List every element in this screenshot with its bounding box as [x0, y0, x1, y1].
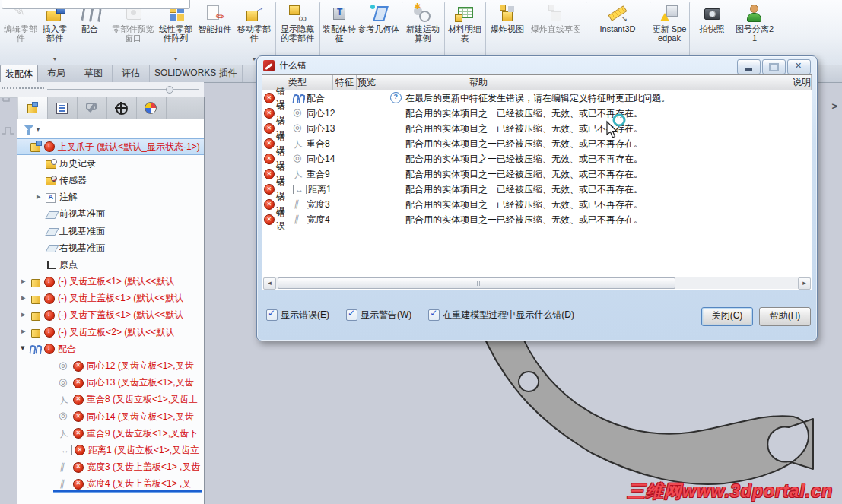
expand-arrow-icon[interactable]: [20, 277, 30, 287]
commandmanager-tab[interactable]: 草图: [75, 65, 113, 82]
toolbar-button[interactable]: 图号分离21: [733, 2, 776, 62]
tree-item-icon: [45, 259, 57, 270]
tree-item[interactable]: 同心14 (叉齿立板<1>,叉齿: [17, 408, 204, 425]
expand-arrow-icon[interactable]: [35, 192, 45, 203]
scrollbar-thumb[interactable]: [278, 277, 675, 289]
error-row[interactable]: 错误 宽度3 配合用的实体项目之一已经被压缩、无效、或已不再存在。: [262, 197, 812, 212]
checkbox-box[interactable]: [428, 309, 440, 321]
solidworks-window: 三维网www.3dportal.cn 编辑零部件 插入零部件 ▾ 配合: [0, 0, 842, 504]
dialog-button[interactable]: 关闭(C): [701, 307, 753, 326]
expand-arrow-icon[interactable]: [20, 344, 30, 354]
error-row[interactable]: 错误 重合8 配合用的实体项目之一已经被压缩、无效、或已不再存在。: [262, 136, 812, 151]
expand-arrow-icon[interactable]: [20, 310, 30, 321]
toolbar-button[interactable]: 线性零部件阵列 ▾: [157, 2, 195, 62]
column-header[interactable]: 特征: [333, 75, 357, 90]
toolbar-button[interactable]: 新建运动算例: [402, 2, 443, 62]
panel-tab[interactable]: [78, 97, 107, 119]
tree-item-icon: [30, 293, 42, 304]
toolbar-button[interactable]: 显示隐藏的零部件: [275, 2, 318, 62]
toolbar-button[interactable]: 材料明细表: [444, 2, 484, 62]
tree-item[interactable]: 上叉爪子 (默认<默认_显示状态-1>): [17, 138, 204, 155]
error-row[interactable]: 错误 同心13 配合用的实体项目之一已经被压缩、无效、或已不再存在。: [262, 121, 812, 136]
tree-item[interactable]: 右视基准面: [17, 239, 204, 256]
commandmanager-tab[interactable]: 装配体: [0, 65, 38, 82]
filter-caret-icon[interactable]: ▾: [37, 126, 40, 133]
tree-item[interactable]: 注解: [17, 189, 204, 206]
drag-handle-dots[interactable]: [2, 87, 44, 89]
tree-item-icon: [30, 310, 42, 321]
help-icon[interactable]: [390, 92, 402, 103]
toolbar-button[interactable]: 移动零部件 ▾: [234, 2, 274, 62]
tree-item[interactable]: 配合: [17, 341, 204, 357]
toolbar-button[interactable]: 爆炸视图: [485, 2, 528, 62]
expand-arrow-icon[interactable]: [20, 327, 30, 338]
toolbar-button[interactable]: 插入零部件 ▾: [40, 2, 70, 62]
column-header[interactable]: 帮助: [377, 75, 793, 90]
footer-checkbox[interactable]: 显示警告(W): [346, 309, 411, 322]
toolbar-button[interactable]: 智能扣件: [195, 2, 234, 62]
tree-item[interactable]: 同心13 (叉齿立板<1>,叉齿: [17, 375, 204, 391]
panel-tab[interactable]: [18, 97, 48, 119]
tree-item[interactable]: (-) 叉齿上盖板<1> (默认<<默认: [17, 290, 204, 307]
panel-splitter-strip[interactable]: [0, 82, 204, 98]
tree-item[interactable]: 同心12 (叉齿立板<1>,叉齿: [17, 357, 204, 374]
footer-checkbox[interactable]: 在重建模型过程中显示什么错(D): [428, 309, 574, 322]
expand-arrow-icon[interactable]: [20, 293, 30, 304]
tree-item[interactable]: 宽度3 (叉齿上盖板<1> ,叉齿: [17, 459, 204, 476]
toolbar-button[interactable]: Instant3D: [586, 2, 648, 62]
tree-item[interactable]: (-) 叉齿立板<2> (默认<<默认: [17, 324, 204, 341]
toolbar-button[interactable]: 更新 Speedpak: [650, 2, 688, 62]
scroll-left-arrow-icon[interactable]: ◂: [263, 277, 276, 290]
toolbar-button[interactable]: 参考几何体: [357, 2, 400, 62]
tree-item-icon: [45, 175, 57, 185]
rollback-bar[interactable]: [53, 490, 202, 493]
error-row[interactable]: 错误 重合9 配合用的实体项目之一已经被压缩、无效、或已不再存在。: [262, 166, 812, 182]
window-button[interactable]: [762, 59, 786, 74]
window-button[interactable]: [787, 59, 811, 74]
error-row[interactable]: 错误 配合 在最后的更新中特征发生错误，请在编辑定义特征时更正此问题。: [262, 90, 812, 106]
toolbar-button[interactable]: 爆炸直线草图: [528, 2, 584, 62]
footer-checkbox[interactable]: 显示错误(E): [266, 309, 329, 322]
toolbar-button[interactable]: 配合: [70, 2, 110, 62]
feature-name: 重合8: [307, 138, 330, 151]
panel-tab[interactable]: [107, 97, 137, 119]
tree-item[interactable]: 历史记录: [17, 155, 204, 172]
checkbox-box[interactable]: [346, 309, 357, 321]
error-row[interactable]: 错误 距离1 配合用的实体项目之一已经被压缩、无效、或已不再存在。: [262, 182, 812, 197]
panel-tab[interactable]: [48, 97, 78, 119]
tree-item[interactable]: 上视基准面: [17, 223, 204, 239]
dialog-title-bar[interactable]: 什么错: [257, 56, 817, 74]
tree-item[interactable]: 原点: [17, 256, 204, 273]
toolbar-icon: [368, 2, 389, 23]
panel-flyout-arrow[interactable]: >: [831, 100, 837, 112]
toolbar-button[interactable]: 编辑零部件: [2, 2, 40, 62]
splitter-knob[interactable]: [166, 86, 173, 94]
error-row[interactable]: 错误 同心12 配合用的实体项目之一已经被压缩、无效、或已不再存在。: [262, 106, 812, 121]
feature-cell: 配合: [291, 92, 363, 105]
tree-item[interactable]: 重合9 (叉齿立板<1>,叉齿下: [17, 425, 204, 442]
error-row[interactable]: 错误 宽度4 配合用的实体项目之一已经被压缩、无效、或已不再存在。: [262, 212, 812, 227]
panel-tab[interactable]: [137, 97, 167, 119]
column-header[interactable]: 预览: [357, 75, 377, 90]
commandmanager-tab[interactable]: 布局: [38, 65, 75, 82]
toolbar-button[interactable]: 零部件预览窗口: [110, 2, 157, 62]
commandmanager-tab[interactable]: SOLIDWORKS 插件: [150, 65, 243, 82]
column-header[interactable]: 说明: [793, 75, 812, 90]
tree-item[interactable]: 距离1 (叉齿立板<1>,叉齿立: [17, 442, 204, 458]
window-button[interactable]: [737, 59, 761, 74]
horizontal-scrollbar[interactable]: ◂ ▸: [263, 277, 811, 289]
scrollbar-track[interactable]: [276, 277, 798, 289]
tree-item[interactable]: (-) 叉齿立板<1> (默认<<默认: [17, 274, 204, 290]
commandmanager-tab[interactable]: 评估: [113, 65, 150, 82]
toolbar-button[interactable]: 装配体特征: [319, 2, 357, 62]
tree-item[interactable]: 传感器: [17, 172, 204, 189]
filter-funnel-icon[interactable]: [23, 123, 35, 135]
scroll-right-arrow-icon[interactable]: ▸: [798, 277, 811, 290]
error-row[interactable]: 错误 同心14 配合用的实体项目之一已经被压缩、无效、或已不再存在。: [262, 151, 812, 166]
dialog-button[interactable]: 帮助(H): [759, 307, 811, 326]
tree-item[interactable]: 前视基准面: [17, 206, 204, 223]
tree-item[interactable]: (-) 叉齿下盖板<1> (默认<<默认: [17, 307, 204, 324]
toolbar-button[interactable]: 拍快照: [689, 2, 733, 62]
checkbox-box[interactable]: [266, 309, 278, 321]
tree-item[interactable]: 重合8 (叉齿立板<1>,叉齿上: [17, 391, 204, 408]
